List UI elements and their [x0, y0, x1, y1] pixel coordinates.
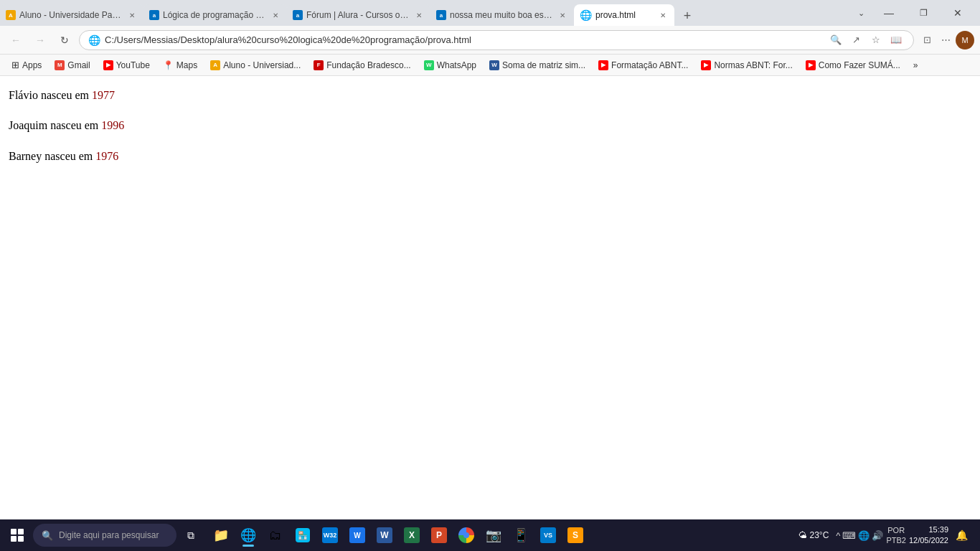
- taskview-button[interactable]: ⧉: [178, 522, 204, 548]
- reading-view-button[interactable]: 📖: [887, 32, 905, 49]
- weather-widget[interactable]: 🌤 23°C: [794, 529, 834, 542]
- line2-year: 1996: [101, 119, 124, 131]
- bookmark-maps-favicon: 📍: [163, 60, 174, 70]
- store-icon: 🏪: [296, 528, 310, 542]
- content-line-3: Barney nasceu em 1976: [9, 149, 971, 164]
- back-button[interactable]: ←: [6, 30, 26, 50]
- taskbar-app-word[interactable]: W: [372, 522, 397, 548]
- bookmark-whatsapp-label: WhatsApp: [437, 60, 476, 70]
- address-icon-group: 🔍 ↗ ☆ 📖: [827, 32, 905, 49]
- tab-prova[interactable]: 🌐 prova.html ✕: [574, 4, 674, 26]
- tab-logica[interactable]: a Lógica de programação l: os ... ✕: [143, 4, 287, 26]
- taskbar-app-edge[interactable]: 🌐: [235, 522, 261, 548]
- browser-menu-button[interactable]: ⋯: [937, 32, 954, 49]
- bookmark-normas-label: Normas ABNT: For...: [714, 60, 792, 70]
- bookmark-formatacao[interactable]: ▶ Formatação ABNT...: [593, 58, 694, 72]
- restore-button[interactable]: [907, 0, 940, 26]
- search-placeholder: Digite aqui para pesquisar: [59, 530, 159, 540]
- tab-close-nossa[interactable]: ✕: [557, 9, 568, 21]
- taskbar-search[interactable]: 🔍 Digite aqui para pesquisar: [33, 524, 176, 547]
- notification-button[interactable]: 🔔: [951, 525, 971, 545]
- taskbar-app-ppt[interactable]: P: [426, 522, 452, 548]
- tab-label-aluno: Aluno - Universidade Paulist...: [19, 10, 123, 20]
- bookmark-aluno[interactable]: A Aluno - Universiad...: [204, 58, 306, 72]
- phone-icon: 📱: [513, 527, 529, 543]
- tab-label-prova: prova.html: [595, 10, 654, 20]
- language-indicator[interactable]: POR PTB2: [886, 525, 906, 546]
- tray-keyboard-icon[interactable]: ⌨: [842, 530, 856, 541]
- bookmark-gmail[interactable]: M Gmail: [49, 58, 95, 72]
- new-tab-button[interactable]: +: [677, 6, 697, 26]
- tab-nossa[interactable]: a nossa meu muito boa essa a... ✕: [430, 4, 574, 26]
- collections-button[interactable]: ⊡: [918, 32, 936, 49]
- close-button[interactable]: [941, 0, 974, 26]
- content-line-2: Joaquim nasceu em 1996: [9, 118, 971, 133]
- bookmark-soma[interactable]: W Soma de matriz sim...: [484, 58, 591, 72]
- tab-favicon-aluno: A: [6, 10, 16, 20]
- browser-content: Flávio nasceu em 1977 Joaquim nasceu em …: [0, 76, 980, 519]
- bookmarks-more-icon: »: [913, 60, 918, 70]
- tab-forum[interactable]: a Fórum | Alura - Cursos online... ✕: [287, 4, 430, 26]
- refresh-button[interactable]: ↻: [55, 30, 75, 50]
- explorer-icon: 📁: [213, 527, 229, 543]
- bookmark-star-button[interactable]: ☆: [867, 32, 885, 49]
- taskbar-app-store[interactable]: 🏪: [290, 522, 316, 548]
- widget-icon: W: [349, 527, 365, 543]
- address-protocol-icon: 🌐: [88, 34, 100, 46]
- start-icon: [11, 529, 24, 542]
- tray-network-icon[interactable]: 🌐: [858, 530, 870, 541]
- line3-year: 1976: [95, 150, 118, 162]
- address-url: C:/Users/Messias/Desktop/alura%20curso%2…: [105, 34, 823, 45]
- share-button[interactable]: ↗: [847, 32, 864, 49]
- clock-widget[interactable]: 15:39 12/05/2022: [909, 524, 948, 547]
- tab-label-logica: Lógica de programação l: os ...: [163, 10, 266, 20]
- profile-icon[interactable]: M: [956, 31, 974, 50]
- bookmark-whatsapp[interactable]: W WhatsApp: [418, 58, 482, 72]
- bookmark-youtube-label: YouTube: [116, 60, 150, 70]
- notification-icon: 🔔: [956, 529, 968, 541]
- bookmark-como[interactable]: ▶ Como Fazer SUMÁ...: [800, 58, 906, 72]
- taskbar-app-chrome[interactable]: [453, 522, 479, 548]
- zoom-button[interactable]: 🔍: [827, 32, 844, 49]
- taskbar-app-files[interactable]: 🗂: [263, 522, 288, 548]
- search-icon: 🔍: [42, 530, 53, 541]
- bookmark-youtube[interactable]: ▶ YouTube: [98, 58, 156, 72]
- bookmark-soma-favicon: W: [489, 60, 499, 70]
- tabstrip-menu-button[interactable]: ⌄: [851, 0, 871, 26]
- bookmark-como-favicon: ▶: [806, 60, 816, 70]
- taskbar-app-widget[interactable]: W: [344, 522, 370, 548]
- taskbar: 🔍 Digite aqui para pesquisar ⧉ 📁 🌐 🗂 🏪 W…: [0, 519, 980, 551]
- bookmark-formatacao-label: Formatação ABNT...: [611, 60, 688, 70]
- line1-text-before: Flávio nasceu em: [9, 89, 92, 101]
- taskbar-app-sublime[interactable]: S: [562, 522, 588, 548]
- tray-volume-icon[interactable]: 🔊: [872, 530, 883, 541]
- line2-text-before: Joaquim nasceu em: [9, 119, 101, 131]
- taskbar-app-w632[interactable]: W32: [317, 522, 343, 548]
- bookmarks-more-button[interactable]: »: [908, 58, 924, 72]
- tab-aluno[interactable]: A Aluno - Universidade Paulist... ✕: [0, 4, 143, 26]
- start-button[interactable]: [3, 521, 32, 550]
- bookmark-apps[interactable]: ⊞ Apps: [6, 57, 47, 72]
- taskbar-app-phone[interactable]: 📱: [508, 522, 534, 548]
- weather-icon: 🌤: [798, 530, 807, 540]
- minimize-button[interactable]: [872, 0, 905, 26]
- address-bar[interactable]: 🌐 C:/Users/Messias/Desktop/alura%20curso…: [79, 30, 914, 50]
- bookmark-maps[interactable]: 📍 Maps: [157, 58, 203, 72]
- language-sub-label: PTB2: [886, 535, 906, 545]
- tab-close-forum[interactable]: ✕: [413, 9, 425, 21]
- tab-close-prova[interactable]: ✕: [657, 9, 669, 21]
- bookmark-normas[interactable]: ▶ Normas ABNT: For...: [695, 58, 798, 72]
- clock-time: 15:39: [909, 524, 948, 535]
- bookmark-whatsapp-favicon: W: [424, 60, 434, 70]
- tab-close-aluno[interactable]: ✕: [126, 9, 138, 21]
- bookmark-como-label: Como Fazer SUMÁ...: [819, 60, 900, 70]
- bookmark-fundacao[interactable]: F Fundação Bradesco...: [308, 58, 416, 72]
- taskbar-app-photos[interactable]: 📷: [481, 522, 507, 548]
- taskbar-app-excel[interactable]: X: [399, 522, 425, 548]
- tab-close-logica[interactable]: ✕: [270, 9, 281, 21]
- tray-chevron-icon[interactable]: ^: [836, 530, 840, 541]
- line1-year: 1977: [92, 89, 115, 101]
- forward-button[interactable]: →: [30, 30, 50, 50]
- taskbar-app-vscode[interactable]: VS: [535, 522, 561, 548]
- taskbar-app-explorer[interactable]: 📁: [208, 522, 234, 548]
